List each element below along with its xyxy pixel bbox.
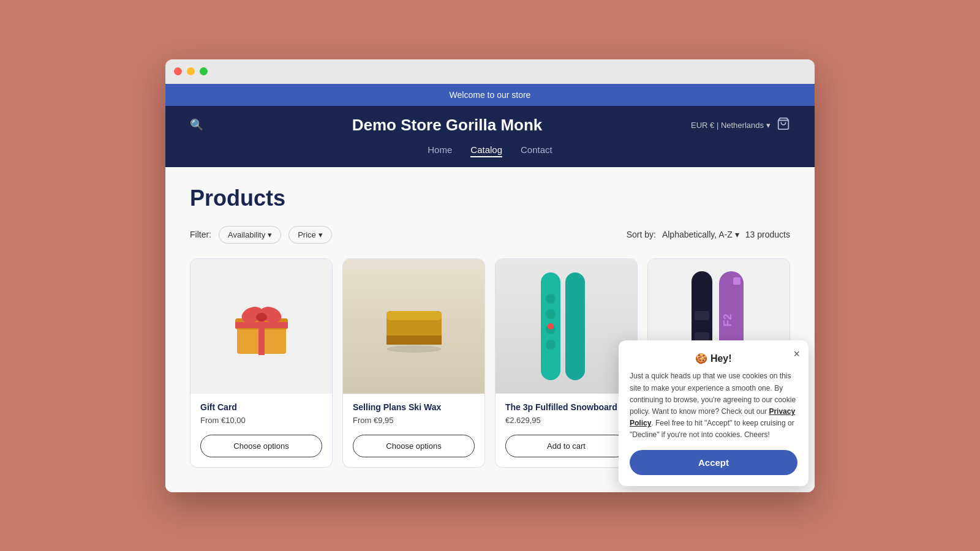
- header-top: 🔍 Demo Store Gorilla Monk EUR € | Nether…: [190, 116, 790, 135]
- cart-icon: [777, 119, 790, 133]
- product-price: €2.629,95: [505, 416, 627, 425]
- cookie-hey-text: Hey!: [710, 353, 732, 364]
- product-name: Gift Card: [200, 402, 322, 412]
- cookie-title: 🍪 Hey!: [630, 353, 797, 364]
- announcement-bar: Welcome to our store: [165, 84, 815, 106]
- availability-label: Availability: [228, 230, 265, 239]
- cookie-body-text: Just a quick heads up that we use cookie…: [630, 370, 797, 441]
- chevron-down-icon: ▾: [268, 230, 272, 239]
- currency-selector[interactable]: EUR € | Netherlands ▾: [691, 121, 771, 130]
- product-info-snowboard-3p: The 3p Fulfilled Snowboard €2.629,95 Add…: [496, 394, 637, 467]
- sort-selector[interactable]: Alphabetically, A-Z ▾: [662, 230, 739, 239]
- page-title: Products: [190, 186, 790, 211]
- svg-point-13: [546, 294, 556, 304]
- title-bar: [165, 59, 815, 84]
- currency-label: EUR € | Netherlands: [691, 121, 764, 130]
- filter-label: Filter:: [190, 230, 211, 239]
- svg-point-14: [546, 309, 556, 319]
- svg-point-7: [256, 313, 267, 321]
- svg-rect-9: [386, 311, 442, 320]
- price-filter[interactable]: Price ▾: [288, 226, 332, 244]
- svg-point-11: [386, 345, 442, 353]
- main-content: Products Filter: Availability ▾ Price ▾ …: [165, 167, 815, 492]
- header-left: 🔍: [190, 118, 203, 132]
- product-image-snowboard-3p: [496, 259, 637, 394]
- product-card-snowboard-3p: The 3p Fulfilled Snowboard €2.629,95 Add…: [495, 258, 638, 468]
- availability-filter[interactable]: Availability ▾: [219, 226, 281, 244]
- search-icon: 🔍: [190, 119, 203, 131]
- product-image-ski-wax: [343, 259, 484, 394]
- svg-rect-20: [695, 311, 709, 320]
- cart-button[interactable]: [777, 117, 790, 133]
- svg-point-17: [548, 323, 554, 329]
- chevron-down-icon: ▾: [318, 230, 323, 239]
- sort-value: Alphabetically, A-Z: [662, 230, 733, 239]
- minimize-dot[interactable]: [187, 67, 195, 75]
- close-dot[interactable]: [174, 67, 182, 75]
- cookie-popup: × 🍪 Hey! Just a quick heads up that we u…: [619, 340, 809, 485]
- cookie-close-button[interactable]: ×: [793, 348, 800, 361]
- site-header: 🔍 Demo Store Gorilla Monk EUR € | Nether…: [165, 106, 815, 167]
- product-name: Selling Plans Ski Wax: [353, 402, 475, 412]
- filters-row: Filter: Availability ▾ Price ▾ Sort by: …: [190, 226, 790, 244]
- product-info-gift-card: Gift Card From €10,00 Choose options: [190, 394, 332, 467]
- svg-rect-24: [733, 277, 741, 285]
- svg-rect-21: [695, 332, 709, 342]
- choose-options-button-ski-wax[interactable]: Choose options: [353, 435, 475, 457]
- product-count: 13 products: [745, 230, 790, 239]
- nav-catalog[interactable]: Catalog: [470, 143, 502, 157]
- svg-rect-18: [565, 272, 585, 380]
- svg-text:F2: F2: [722, 313, 734, 326]
- add-to-cart-button-snowboard[interactable]: Add to cart: [505, 435, 627, 457]
- price-label: Price: [298, 230, 316, 239]
- product-card-ski-wax: Selling Plans Ski Wax From €9,95 Choose …: [342, 258, 485, 468]
- chevron-down-icon: ▾: [766, 121, 771, 130]
- cookie-emoji: 🍪: [695, 353, 707, 364]
- nav-contact[interactable]: Contact: [521, 143, 552, 157]
- filters-right: Sort by: Alphabetically, A-Z ▾ 13 produc…: [627, 230, 790, 239]
- svg-point-16: [546, 340, 556, 350]
- announcement-text: Welcome to our store: [450, 90, 531, 100]
- search-button[interactable]: 🔍: [190, 118, 203, 132]
- choose-options-button-gift-card[interactable]: Choose options: [200, 435, 322, 457]
- cookie-accept-button[interactable]: Accept: [630, 450, 797, 475]
- main-nav: Home Catalog Contact: [190, 143, 790, 157]
- header-right: EUR € | Netherlands ▾: [691, 117, 790, 133]
- product-price: From €10,00: [200, 416, 322, 425]
- chevron-down-icon: ▾: [735, 230, 739, 239]
- svg-rect-4: [235, 322, 288, 328]
- browser-window: Welcome to our store 🔍 Demo Store Gorill…: [165, 59, 815, 492]
- product-info-ski-wax: Selling Plans Ski Wax From €9,95 Choose …: [343, 394, 484, 467]
- maximize-dot[interactable]: [200, 67, 208, 75]
- svg-rect-10: [386, 335, 442, 345]
- sort-by-label: Sort by:: [627, 230, 656, 239]
- nav-home[interactable]: Home: [428, 143, 452, 157]
- store-name: Demo Store Gorilla Monk: [203, 116, 691, 135]
- product-name: The 3p Fulfilled Snowboard: [505, 402, 627, 412]
- product-image-gift-card: [190, 259, 332, 394]
- product-price: From €9,95: [353, 416, 475, 425]
- filters-left: Filter: Availability ▾ Price ▾: [190, 226, 332, 244]
- product-card-gift-card: Gift Card From €10,00 Choose options: [190, 258, 333, 468]
